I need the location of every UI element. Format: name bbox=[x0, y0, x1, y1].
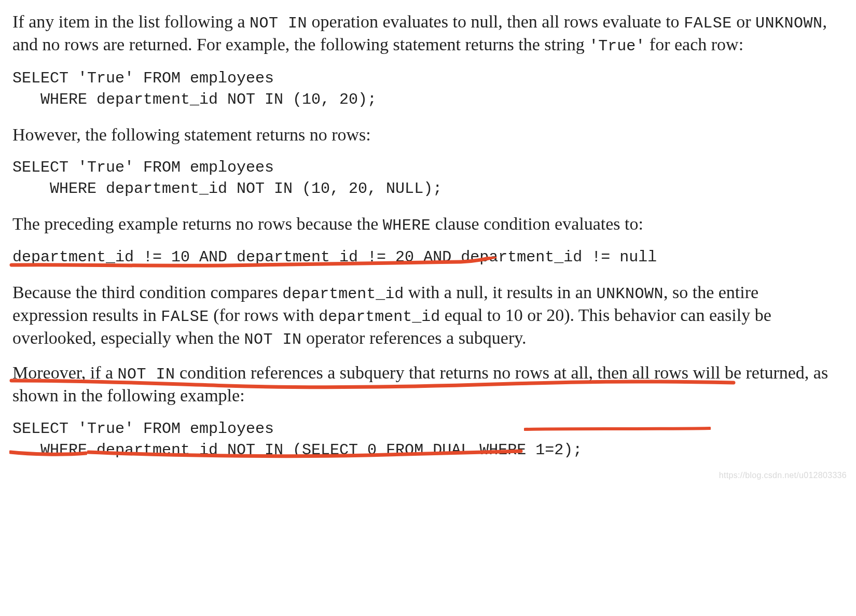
code-inline: department_id bbox=[319, 308, 440, 326]
text: The preceding example returns no rows be… bbox=[12, 214, 383, 233]
text: Moreover, if a bbox=[12, 363, 118, 382]
text: Because the third condition compares bbox=[12, 283, 282, 302]
code-block-1: SELECT 'True' FROM employees WHERE depar… bbox=[12, 68, 844, 111]
code-inline: FALSE bbox=[161, 308, 209, 326]
code-block-3: department_id != 10 AND department_id !=… bbox=[12, 247, 844, 268]
text: with a null, it results in an bbox=[404, 283, 596, 302]
code-block-2: SELECT 'True' FROM employees WHERE depar… bbox=[12, 157, 844, 200]
document-page: If any item in the list following a NOT … bbox=[0, 0, 856, 486]
code-inline: NOT IN bbox=[118, 366, 175, 383]
code-inline: 'True' bbox=[589, 37, 645, 55]
paragraph-3: The preceding example returns no rows be… bbox=[12, 213, 837, 235]
code-inline: UNKNOWN bbox=[755, 15, 823, 32]
paragraph-2: However, the following statement returns… bbox=[12, 123, 837, 146]
code-inline: UNKNOWN bbox=[596, 285, 664, 303]
text: (for rows with bbox=[209, 305, 319, 325]
text: clause condition evaluates to: bbox=[431, 214, 643, 233]
code-inline: FALSE bbox=[684, 15, 732, 32]
paragraph-1: If any item in the list following a NOT … bbox=[12, 10, 837, 57]
code-inline: NOT IN bbox=[250, 15, 307, 32]
code-inline: department_id bbox=[282, 285, 404, 303]
text: or bbox=[732, 12, 755, 31]
paragraph-4: Because the third condition compares dep… bbox=[12, 281, 837, 350]
code-inline: NOT IN bbox=[244, 331, 302, 348]
watermark: https://blog.csdn.net/u012803336 bbox=[719, 471, 847, 480]
text: operator references a subquery. bbox=[302, 328, 527, 347]
text: operation evaluates to null, then all ro… bbox=[307, 12, 684, 31]
text: If any item in the list following a bbox=[12, 12, 250, 31]
paragraph-5: Moreover, if a NOT IN condition referenc… bbox=[12, 361, 837, 407]
code-inline: WHERE bbox=[383, 217, 431, 234]
text: for each row: bbox=[645, 35, 743, 54]
code-block-4: SELECT 'True' FROM employees WHERE depar… bbox=[12, 418, 844, 461]
